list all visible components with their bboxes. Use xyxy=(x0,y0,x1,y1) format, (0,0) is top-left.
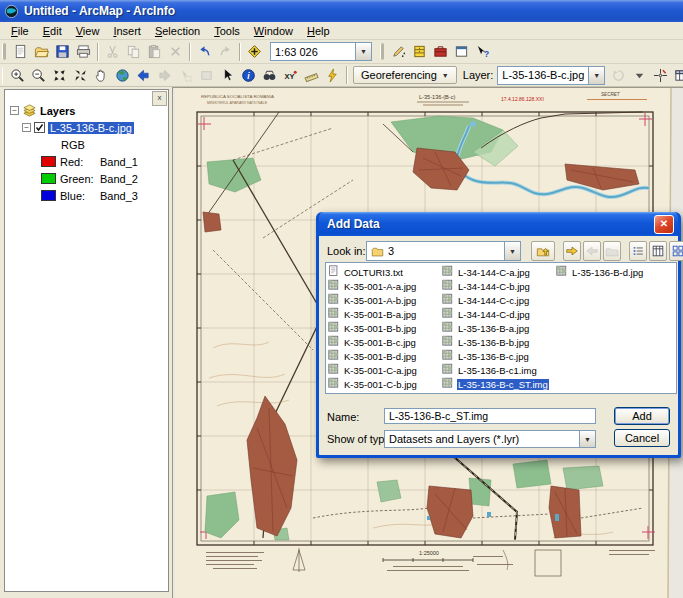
file-item[interactable]: K-35-001-C-a.jpg xyxy=(328,363,442,377)
model-window-icon[interactable] xyxy=(451,41,472,62)
file-item[interactable]: L-34-144-C-d.jpg xyxy=(442,307,556,321)
chevron-down-icon: ▼ xyxy=(442,72,449,79)
dropdown-arrow-icon[interactable] xyxy=(629,65,650,86)
select-elements-icon[interactable] xyxy=(217,65,238,86)
toolbar-grip[interactable] xyxy=(380,43,384,60)
file-item[interactable]: K-35-001-A-b.jpg xyxy=(328,293,442,307)
file-item[interactable]: L-35-136-B-a.jpg xyxy=(442,321,556,335)
new-document-icon[interactable] xyxy=(10,41,31,62)
title-bar[interactable]: Untitled - ArcMap - ArcInfo xyxy=(0,0,683,22)
find-binoculars-icon[interactable] xyxy=(259,65,280,86)
file-name: K-35-001-B-d.jpg xyxy=(343,351,417,362)
file-item[interactable]: L-35-136-B-d.jpg xyxy=(556,265,670,279)
file-item[interactable]: L-34-144-C-a.jpg xyxy=(442,265,556,279)
undo-icon[interactable] xyxy=(194,41,215,62)
pan-hand-icon[interactable] xyxy=(91,65,112,86)
menu-help[interactable]: Help xyxy=(300,24,337,38)
file-item[interactable]: L-35-136-B-c.jpg xyxy=(442,349,556,363)
html-popup-icon[interactable] xyxy=(322,65,343,86)
arccatalog-icon[interactable] xyxy=(409,41,430,62)
toc-layer-name[interactable]: L-35-136-B-c.jpg xyxy=(48,122,134,134)
select-features-icon xyxy=(175,65,196,86)
menu-view[interactable]: View xyxy=(69,24,107,38)
full-extent-icon[interactable] xyxy=(112,65,133,86)
zoom-out-icon[interactable] xyxy=(28,65,49,86)
open-folder-icon[interactable] xyxy=(31,41,52,62)
menu-tools[interactable]: Tools xyxy=(207,24,247,38)
file-item[interactable]: K-35-001-B-d.jpg xyxy=(328,349,442,363)
toc-root-row[interactable]: − Layers xyxy=(5,102,168,119)
renderer-label: RGB xyxy=(61,139,85,151)
file-item[interactable]: L-34-144-C-b.jpg xyxy=(442,279,556,293)
cancel-button[interactable]: Cancel xyxy=(614,429,670,447)
collapse-icon[interactable]: − xyxy=(22,123,31,132)
link-table-icon[interactable] xyxy=(671,65,683,86)
file-item[interactable]: K-35-001-C-b.jpg xyxy=(328,377,442,391)
file-list[interactable]: COLTURI3.txtK-35-001-A-a.jpgK-35-001-A-b… xyxy=(325,262,677,394)
add-control-points-icon[interactable] xyxy=(650,65,671,86)
close-icon[interactable]: ✕ xyxy=(654,215,674,234)
add-button[interactable]: Add xyxy=(614,407,670,425)
file-name: K-35-001-B-b.jpg xyxy=(343,323,417,334)
measure-ruler-icon[interactable] xyxy=(301,65,322,86)
layer-visibility-checkbox[interactable] xyxy=(34,122,45,133)
toolbar-grip[interactable] xyxy=(2,67,3,84)
menu-file[interactable]: File xyxy=(4,24,36,38)
add-data-icon[interactable] xyxy=(244,41,265,62)
georeferencing-menu-button[interactable]: Georeferencing ▼ xyxy=(353,66,457,84)
menu-window[interactable]: Window xyxy=(247,24,300,38)
file-item[interactable]: COLTURI3.txt xyxy=(328,265,442,279)
delete-icon xyxy=(165,41,186,62)
chevron-down-icon[interactable]: ▼ xyxy=(588,67,604,84)
file-item[interactable]: K-35-001-B-a.jpg xyxy=(328,307,442,321)
chevron-down-icon[interactable]: ▼ xyxy=(579,431,595,447)
print-icon[interactable] xyxy=(73,41,94,62)
band-channel-label: Green: xyxy=(60,173,100,185)
georeferencing-layer-combo[interactable]: L-35-136-B-c.jpg ▼ xyxy=(497,66,605,85)
file-item[interactable]: L-35-136-B-c1.img xyxy=(442,363,556,377)
menu-selection[interactable]: Selection xyxy=(148,24,207,38)
view-list-icon[interactable] xyxy=(629,241,647,261)
arctoolbox-icon[interactable] xyxy=(430,41,451,62)
forward-arrow-icon xyxy=(154,65,175,86)
fixed-zoom-in-icon[interactable] xyxy=(49,65,70,86)
fixed-zoom-out-icon[interactable] xyxy=(70,65,91,86)
redo-icon xyxy=(215,41,236,62)
file-item[interactable]: L-35-136-B-c_ST.img xyxy=(442,377,556,391)
look-in-combo[interactable]: 3 ▼ xyxy=(366,241,521,261)
view-thumbnails-icon[interactable] xyxy=(669,241,683,261)
file-item[interactable]: K-35-001-B-b.jpg xyxy=(328,321,442,335)
file-name: K-35-001-C-b.jpg xyxy=(343,379,418,390)
show-of-type-combo[interactable]: Datasets and Layers (*.lyr) ▼ xyxy=(384,430,596,448)
back-arrow-icon[interactable] xyxy=(133,65,154,86)
file-name: L-35-136-B-a.jpg xyxy=(457,323,530,334)
toc-layer-row[interactable]: − L-35-136-B-c.jpg xyxy=(5,119,168,136)
file-item[interactable]: K-35-001-A-a.jpg xyxy=(328,279,442,293)
view-details-icon[interactable] xyxy=(649,241,667,261)
whats-this-icon[interactable]: ? xyxy=(472,41,493,62)
file-item[interactable]: L-35-136-B-b.jpg xyxy=(442,335,556,349)
file-item[interactable]: K-35-001-B-c.jpg xyxy=(328,335,442,349)
raster-file-icon xyxy=(328,349,341,364)
menu-insert[interactable]: Insert xyxy=(106,24,148,38)
chevron-down-icon[interactable]: ▼ xyxy=(355,43,371,60)
menu-edit[interactable]: Edit xyxy=(36,24,69,38)
connect-folder-icon[interactable] xyxy=(563,241,581,261)
close-icon[interactable]: x xyxy=(152,91,167,106)
map-scale-combo[interactable]: 1:63 026 ▼ xyxy=(270,42,372,61)
editor-pencil-icon[interactable] xyxy=(388,41,409,62)
blue-band-swatch xyxy=(41,190,56,201)
zoom-in-icon[interactable] xyxy=(7,65,28,86)
collapse-icon[interactable]: − xyxy=(10,106,19,115)
name-input[interactable] xyxy=(384,408,596,424)
toolbar-separator xyxy=(346,66,348,84)
identify-icon[interactable]: i xyxy=(238,65,259,86)
dialog-titlebar[interactable]: Add Data ✕ xyxy=(319,212,678,236)
toolbar-grip[interactable] xyxy=(2,43,6,60)
save-icon[interactable] xyxy=(52,41,73,62)
chevron-down-icon[interactable]: ▼ xyxy=(504,242,520,260)
toolbar-separator xyxy=(189,43,191,61)
file-item[interactable]: L-34-144-C-c.jpg xyxy=(442,293,556,307)
go-to-xy-icon[interactable]: XY xyxy=(280,65,301,86)
up-one-level-icon[interactable] xyxy=(531,241,555,261)
